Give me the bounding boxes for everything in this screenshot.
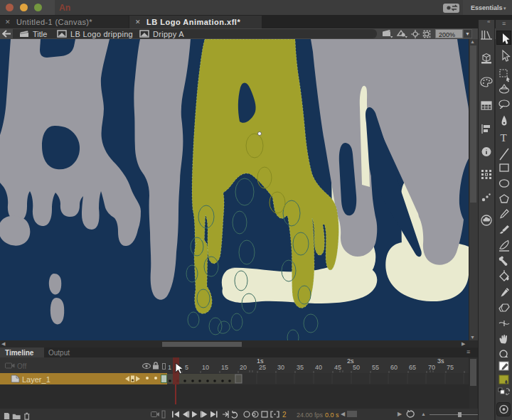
svg-text:T: T [501, 132, 507, 144]
svg-text:2s: 2s [347, 357, 354, 365]
svg-text:60: 60 [390, 364, 398, 371]
svg-text:1: 1 [168, 364, 171, 371]
svg-text:75: 75 [447, 364, 454, 371]
svg-text:20: 20 [240, 364, 247, 371]
svg-text:45: 45 [334, 364, 341, 371]
svg-text:25: 25 [259, 364, 266, 371]
svg-text:1s: 1s [257, 357, 264, 365]
svg-text:70: 70 [428, 364, 435, 371]
svg-text:3s: 3s [437, 357, 444, 365]
svg-text:65: 65 [409, 364, 416, 371]
svg-text:55: 55 [372, 364, 379, 371]
svg-text:15: 15 [221, 364, 228, 371]
svg-text:50: 50 [353, 364, 360, 371]
svg-text:35: 35 [297, 364, 304, 371]
svg-text:10: 10 [202, 364, 209, 371]
svg-text:30: 30 [277, 364, 284, 371]
svg-text:40: 40 [315, 364, 322, 371]
svg-text:5: 5 [185, 364, 188, 371]
